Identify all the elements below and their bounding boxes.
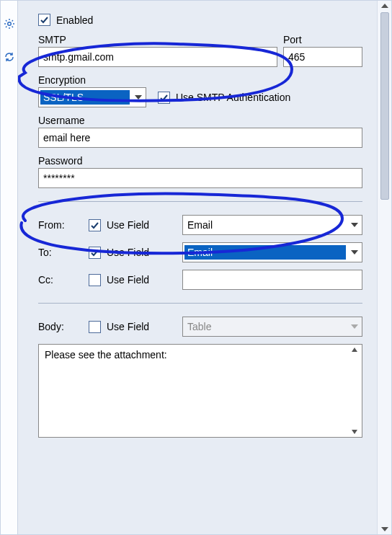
smtp-input[interactable]	[38, 47, 277, 67]
username-input[interactable]	[38, 128, 362, 148]
scroll-track[interactable]	[380, 12, 389, 523]
chevron-down-icon	[347, 324, 362, 329]
from-field-value: Email	[184, 218, 346, 232]
scroll-thumb[interactable]	[380, 12, 389, 200]
refresh-icon[interactable]	[4, 51, 15, 63]
to-field-select[interactable]: Email	[182, 242, 362, 262]
chevron-down-icon	[347, 223, 362, 227]
from-field-select[interactable]: Email	[182, 215, 362, 235]
body-textarea[interactable]: Please see the attachment:	[38, 344, 362, 438]
scroll-down-icon[interactable]	[381, 527, 388, 531]
to-field-value: Email	[184, 245, 346, 260]
enabled-checkbox[interactable]: Enabled	[38, 14, 93, 26]
port-input[interactable]	[283, 47, 362, 67]
smtp-auth-label: Use SMTP Authentication	[176, 92, 290, 103]
body-text: Please see the attachment:	[45, 349, 167, 361]
from-usefield-label: Use Field	[107, 219, 149, 231]
from-usefield-checkbox[interactable]: Use Field	[89, 219, 168, 231]
smtp-auth-checkbox[interactable]: Use SMTP Authentication	[158, 92, 290, 104]
cc-usefield-label: Use Field	[107, 274, 149, 286]
panel-scrollbar[interactable]	[377, 1, 391, 534]
username-label: Username	[38, 115, 362, 126]
body-scrollbar[interactable]	[349, 348, 360, 434]
body-usefield-checkbox[interactable]: Use Field	[89, 321, 168, 333]
separator	[38, 303, 362, 304]
encryption-label: Encryption	[38, 74, 362, 86]
cc-field-input[interactable]	[182, 270, 362, 290]
to-usefield-checkbox[interactable]: Use Field	[89, 247, 168, 259]
password-label: Password	[38, 155, 362, 167]
body-field-select: Table	[182, 317, 362, 337]
to-label: To:	[38, 247, 74, 258]
smtp-settings-panel: Enabled SMTP Port Encryption SSL/TLS	[18, 1, 377, 534]
body-field-value: Table	[184, 319, 346, 334]
left-toolbar	[1, 1, 18, 534]
body-label: Body:	[38, 321, 74, 332]
chevron-down-icon	[131, 95, 146, 100]
port-label: Port	[283, 34, 362, 45]
scroll-down-icon[interactable]	[352, 430, 357, 434]
scroll-up-icon[interactable]	[381, 4, 388, 8]
cc-usefield-checkbox[interactable]: Use Field	[89, 274, 168, 286]
svg-point-0	[7, 22, 11, 26]
encryption-select[interactable]: SSL/TLS	[38, 87, 146, 107]
gear-icon[interactable]	[4, 18, 15, 30]
enabled-label: Enabled	[56, 14, 93, 26]
password-input[interactable]	[38, 168, 362, 188]
separator	[38, 201, 362, 202]
from-label: From:	[38, 219, 74, 231]
body-usefield-label: Use Field	[107, 321, 149, 332]
cc-label: Cc:	[38, 274, 74, 286]
smtp-label: SMTP	[38, 34, 277, 45]
to-usefield-label: Use Field	[107, 247, 149, 258]
chevron-down-icon	[347, 250, 362, 255]
scroll-up-icon[interactable]	[352, 348, 357, 352]
encryption-value: SSL/TLS	[40, 90, 130, 105]
